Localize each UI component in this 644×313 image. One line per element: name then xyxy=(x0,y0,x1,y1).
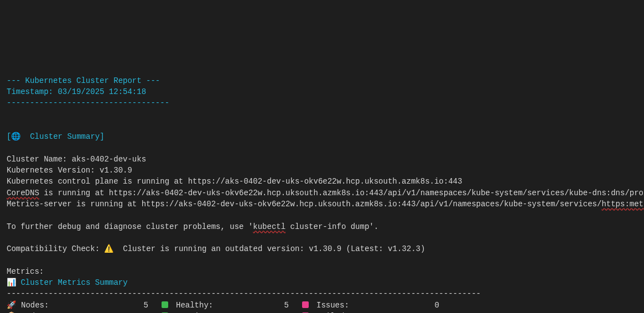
coredns-url: https://aks-0402-dev-uks-okv6e22w.hcp.uk… xyxy=(109,189,644,197)
chart-icon: 📊 xyxy=(7,278,16,287)
compat-label: Compatibility Check: xyxy=(7,244,104,253)
section-bracket-close: ] xyxy=(100,132,104,141)
globe-icon: 🌐 xyxy=(11,132,20,141)
issues-value: 0 xyxy=(416,300,439,311)
running-value: 77 xyxy=(266,311,289,313)
debug-hint-suffix: cluster-info dump'. xyxy=(285,222,378,231)
metrics-label: Metrics: xyxy=(7,267,44,276)
control-plane-url: https://aks-0402-dev-uks-okv6e22w.hcp.uk… xyxy=(188,177,463,186)
healthy-value: 5 xyxy=(266,300,289,311)
pink-square-icon xyxy=(302,311,316,313)
rocket-icon: 🚀 xyxy=(7,300,21,311)
terminal-output: --- Kubernetes Cluster Report --- Timest… xyxy=(0,56,644,313)
metrics-summary-title: Cluster Metrics Summary xyxy=(16,278,128,287)
green-square-icon xyxy=(162,311,176,313)
nodes-label: Nodes: xyxy=(21,300,125,311)
k8s-version-label: Kubernetes Version: xyxy=(7,166,100,175)
failed-label: Failed: xyxy=(316,311,416,313)
section-title-cluster-summary: Cluster Summary xyxy=(20,132,100,141)
pink-square-icon xyxy=(302,300,316,311)
metrics-server-url-part1: https://aks-0402-dev-uks-okv6e22w.hcp.uk… xyxy=(142,200,602,208)
metrics-top-rule: ----------------------------------------… xyxy=(7,289,481,298)
coredns-word: CoreDNS xyxy=(7,189,39,197)
header-rule: ----------------------------------- xyxy=(7,98,169,107)
timestamp-label: Timestamp: xyxy=(7,87,58,96)
pods-value: 80 xyxy=(125,311,148,313)
green-square-icon xyxy=(162,300,176,311)
timestamp-value: 03/19/2025 12:54:18 xyxy=(58,87,146,96)
coredns-prefix2: is running at xyxy=(39,189,109,197)
metrics-server-prefix: Metrics-server is running at xyxy=(7,200,142,208)
running-label: Running: xyxy=(176,311,266,313)
metrics-server-url-part2: https:metrics-server xyxy=(601,200,644,208)
nodes-value: 5 xyxy=(125,300,148,311)
package-icon: 📦 xyxy=(7,311,21,313)
report-header-line1: --- Kubernetes Cluster Report --- xyxy=(7,76,160,85)
control-plane-prefix: Kubernetes control plane is running at xyxy=(7,177,188,186)
compat-message: Cluster is running an outdated version: … xyxy=(113,244,425,253)
metrics-row-pods: 📦Pods:80Running:77Failed:0 xyxy=(7,311,637,313)
issues-label: Issues: xyxy=(316,300,416,311)
k8s-version-value: v1.30.9 xyxy=(100,166,132,175)
metrics-row-nodes: 🚀Nodes:5Healthy:5Issues:0 xyxy=(7,300,637,311)
pods-label: Pods: xyxy=(21,311,125,313)
warning-icon: ⚠️ xyxy=(104,244,113,253)
debug-hint-prefix: To further debug and diagnose cluster pr… xyxy=(7,222,253,231)
debug-hint-cmd: kubectl xyxy=(253,222,285,231)
cluster-name-label: Cluster Name: xyxy=(7,155,72,164)
cluster-name-value: aks-0402-dev-uks xyxy=(72,155,146,164)
healthy-label: Healthy: xyxy=(176,300,266,311)
failed-value: 0 xyxy=(416,311,439,313)
